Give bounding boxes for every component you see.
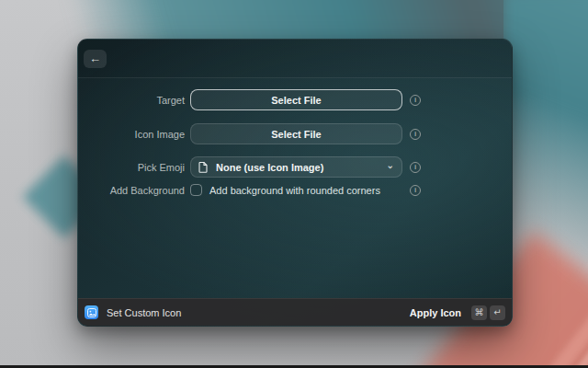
apply-icon-button[interactable]: Apply Icon ⌘ ↵ <box>410 305 505 320</box>
add-background-checkbox-label: Add background with rounded corners <box>209 185 380 197</box>
back-button[interactable]: ← <box>84 50 107 68</box>
return-key-icon: ↵ <box>490 305 505 320</box>
target-select-file-button[interactable]: Select File <box>190 89 402 110</box>
icon-image-label: Icon Image <box>78 129 185 140</box>
dialog-header: ← <box>78 40 512 78</box>
target-label: Target <box>78 95 185 106</box>
dialog-footer: Set Custom Icon Apply Icon ⌘ ↵ <box>78 298 512 326</box>
add-background-checkbox[interactable] <box>190 184 202 196</box>
icon-image-select-file-label: Select File <box>271 129 321 140</box>
add-background-label: Add Background <box>78 185 185 196</box>
pick-emoji-value: None (use Icon Image) <box>216 162 323 173</box>
app-icon <box>85 305 98 319</box>
screen: ← Target Select File i Icon Image Select… <box>0 0 588 368</box>
pick-emoji-dropdown[interactable]: None (use Icon Image) ⌄ <box>190 156 402 178</box>
icon-image-info-icon[interactable]: i <box>410 129 421 140</box>
command-key-icon: ⌘ <box>471 305 487 320</box>
apply-icon-label: Apply Icon <box>410 307 461 318</box>
add-background-info-icon[interactable]: i <box>410 185 421 196</box>
back-arrow-icon: ← <box>89 52 101 64</box>
target-info-icon[interactable]: i <box>410 95 421 106</box>
document-icon <box>198 161 208 173</box>
footer-app-title: Set Custom Icon <box>107 307 181 318</box>
icon-image-select-file-button[interactable]: Select File <box>190 123 402 144</box>
chevron-down-icon: ⌄ <box>387 161 394 170</box>
set-custom-icon-dialog: ← Target Select File i Icon Image Select… <box>77 39 513 327</box>
pick-emoji-info-icon[interactable]: i <box>410 162 421 173</box>
target-select-file-label: Select File <box>271 95 321 106</box>
pick-emoji-label: Pick Emoji <box>78 162 185 173</box>
